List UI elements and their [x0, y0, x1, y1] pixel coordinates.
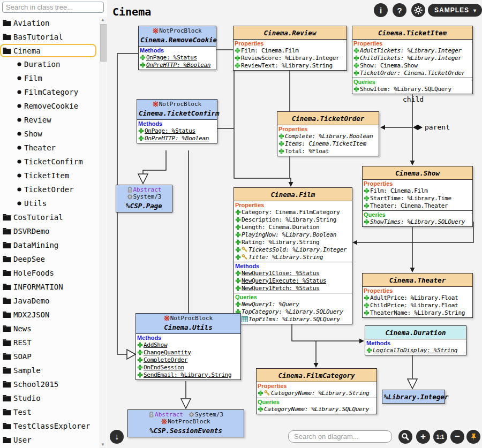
member-theatername[interactable]: TheaterName: %Library.String [364, 309, 471, 316]
member-categoryname[interactable]: CategoryName: %Library.SQLQuery [258, 405, 375, 413]
member-items[interactable]: Items: Cinema.TicketItem [278, 140, 378, 147]
member-title[interactable]: Title: %Library.String [235, 253, 351, 261]
member-theater[interactable]: Theater: Cinema.Theater [364, 202, 471, 209]
class-tree-search-input[interactable] [2, 2, 104, 13]
settings-button[interactable] [411, 3, 425, 17]
member-show[interactable]: Show: Cinema.Show [353, 62, 471, 69]
sidebar-item-sample[interactable]: Sample [0, 363, 99, 377]
namespace-select[interactable]: SAMPLES ▾ [428, 4, 482, 17]
member-total[interactable]: Total: %Float [278, 147, 378, 155]
member-completeorder[interactable]: CompleteOrder [137, 356, 239, 363]
class-box-ticket-item[interactable]: Cinema.TicketItemPropertiesAdultTickets:… [352, 26, 473, 94]
member-rating[interactable]: Rating: %Library.String [235, 238, 351, 246]
member-starttime[interactable]: StartTime: %Library.Time [364, 194, 471, 202]
sidebar-item-dsvrdemo[interactable]: DSVRDemo [0, 224, 99, 238]
sidebar-item-costutorial[interactable]: CosTutorial [0, 210, 99, 224]
sidebar-item-ticketitem[interactable]: TicketItem [0, 169, 99, 183]
member-showitem[interactable]: ShowItem: %Library.SQLQuery [353, 85, 471, 93]
member-topcategory[interactable]: TopCategory: %Library.SQLQuery [235, 308, 351, 315]
sidebar-item-cinema[interactable]: Cinema [0, 44, 96, 57]
sidebar-item-bastutorial[interactable]: BasTutorial [0, 30, 99, 44]
class-box-session-events[interactable]: AbstractSystem/3NotProcBlock%CSP.Session… [127, 409, 244, 437]
sidebar-item-film[interactable]: Film [0, 71, 99, 85]
sidebar-item-mdx2json[interactable]: MDX2JSON [0, 308, 99, 322]
member-reviewscore[interactable]: ReviewScore: %Library.Integer [235, 54, 345, 62]
class-box-ticket-confirm[interactable]: NotProcBlockCinema.TicketConfirmMethodsO… [137, 99, 217, 143]
scrollbar-up-icon[interactable]: ▲ [99, 17, 107, 23]
member-description[interactable]: Description: %Library.String [235, 216, 351, 223]
sidebar-item-information[interactable]: INFORMATION [0, 280, 99, 294]
member-logicaltodisplay[interactable]: LogicalToDisplay: %String [366, 346, 465, 354]
member-categoryname[interactable]: CategoryName: %Library.String [258, 389, 375, 397]
info-button[interactable]: i [374, 3, 388, 17]
class-box-utils[interactable]: NotProcBlockCinema.UtilsMethodsAddShowCh… [135, 313, 241, 380]
member-adultprice[interactable]: AdultPrice: %Library.Float [364, 294, 471, 301]
member-reviewtext[interactable]: ReviewText: %Library.String [235, 62, 345, 69]
member-complete[interactable]: Complete: %Library.Boolean [278, 132, 378, 140]
member-newquery1execute[interactable]: NewQuery1Execute: %Status [235, 277, 351, 284]
class-box-csp-page[interactable]: AbstractSystem/3%CSP.Page [116, 185, 172, 212]
sidebar-item-removecookie[interactable]: RemoveCookie [0, 99, 99, 113]
member-onprehttp[interactable]: OnPreHTTP: %Boolean [140, 61, 215, 69]
member-onprehttp[interactable]: OnPreHTTP: %Boolean [138, 134, 216, 142]
class-box-film-category[interactable]: Cinema.FilmCategoryPropertiesCategoryNam… [256, 368, 377, 414]
scroll-down-button[interactable]: ↓ [110, 430, 124, 444]
sidebar-item-studio[interactable]: Studio [0, 391, 99, 405]
member-newquery1fetch[interactable]: NewQuery1Fetch: %Status [235, 284, 351, 292]
class-box-show[interactable]: Cinema.ShowPropertiesFilm: Cinema.FilmSt… [362, 166, 473, 227]
sidebar-item-deepsee[interactable]: DeepSee [0, 252, 99, 266]
member-ticketssold[interactable]: TicketsSold: %Library.Integer [235, 246, 351, 253]
sidebar-item-user[interactable]: User [0, 433, 99, 447]
class-box-ticket-order[interactable]: Cinema.TicketOrderPropertiesComplete: %L… [277, 111, 379, 156]
member-childtickets[interactable]: ChildTickets: %Library.Integer [353, 54, 471, 62]
member-addshow[interactable]: AddShow [137, 341, 239, 348]
help-button[interactable]: ? [393, 3, 406, 17]
member-film[interactable]: Film: Cinema.Film [235, 47, 345, 54]
zoom-reset-button[interactable]: 1:1 [433, 430, 447, 444]
member-ticketorder[interactable]: TicketOrder: Cinema.TicketOrder [353, 69, 471, 77]
class-box-library-integer[interactable]: %Library.Integer [382, 390, 445, 404]
sidebar-item-ticketconfirm[interactable]: TicketConfirm [0, 155, 99, 169]
member-adulttickets[interactable]: AdultTickets: %Library.Integer [353, 47, 471, 54]
scrollbar-down-icon[interactable]: ▼ [99, 442, 107, 448]
class-box-film[interactable]: Cinema.FilmPropertiesCategory: Cinema.Fi… [234, 187, 352, 324]
member-newquery1[interactable]: NewQuery1: %Query [235, 300, 351, 308]
sidebar-item-ticketorder[interactable]: TicketOrder [0, 183, 99, 196]
member-showtimes[interactable]: ShowTimes: %Library.SQLQuery [364, 218, 471, 225]
diagram-search-input[interactable] [288, 430, 392, 443]
sidebar-item-duration[interactable]: Duration [0, 57, 99, 71]
sidebar-item-filmcategory[interactable]: FilmCategory [0, 85, 99, 99]
sidebar-item-soap[interactable]: SOAP [0, 350, 99, 363]
sidebar-item-news[interactable]: News [0, 322, 99, 336]
member-newquery1close[interactable]: NewQuery1Close: %Status [235, 269, 351, 277]
sidebar-item-theater[interactable]: Theater [0, 141, 99, 155]
member-topfilms[interactable]: TopFilms: %Library.SQLQuery [235, 315, 351, 323]
class-tree-scrollbar[interactable]: ▲ ▼ [99, 17, 107, 448]
sidebar-item-rest[interactable]: REST [0, 336, 99, 350]
member-film[interactable]: Film: Cinema.Film [364, 187, 471, 194]
sidebar-item-school2015[interactable]: School2015 [0, 377, 99, 391]
member-childprice[interactable]: ChildPrice: %Library.Float [364, 301, 471, 309]
member-onpage[interactable]: OnPage: %Status [138, 127, 216, 134]
member-changequantity[interactable]: ChangeQuantity [137, 348, 239, 356]
sidebar-item-testclassexplorer[interactable]: TestClassExplorer [0, 419, 99, 433]
zoom-out-button[interactable]: − [450, 430, 464, 444]
class-box-duration[interactable]: Cinema.DurationMethodsLogicalToDisplay: … [365, 325, 466, 355]
zoom-in-button[interactable]: + [416, 430, 430, 444]
member-sendemail[interactable]: SendEmail: %Library.String [137, 371, 239, 378]
member-onendsession[interactable]: OnEndSession [137, 363, 239, 371]
class-box-remove-cookie[interactable]: NotProcBlockCinema.RemoveCookieMethodsOn… [138, 26, 216, 70]
sidebar-item-datamining[interactable]: DataMining [0, 238, 99, 252]
sidebar-item-utils[interactable]: Utils [0, 196, 99, 210]
sidebar-item-test[interactable]: Test [0, 405, 99, 419]
sidebar-item-review[interactable]: Review [0, 113, 99, 127]
member-category[interactable]: Category: Cinema.FilmCategory [235, 208, 351, 216]
scrollbar-thumb[interactable] [100, 24, 107, 62]
member-onpage[interactable]: OnPage: %Status [140, 54, 215, 61]
sidebar-item-holefoods[interactable]: HoleFoods [0, 266, 99, 280]
pin-button[interactable] [466, 430, 480, 444]
member-length[interactable]: Length: Cinema.Duration [235, 223, 351, 231]
sidebar-item-aviation[interactable]: Aviation [0, 16, 99, 30]
diagram-find-button[interactable] [398, 430, 412, 444]
class-box-review[interactable]: Cinema.ReviewPropertiesFilm: Cinema.Film… [233, 26, 347, 71]
